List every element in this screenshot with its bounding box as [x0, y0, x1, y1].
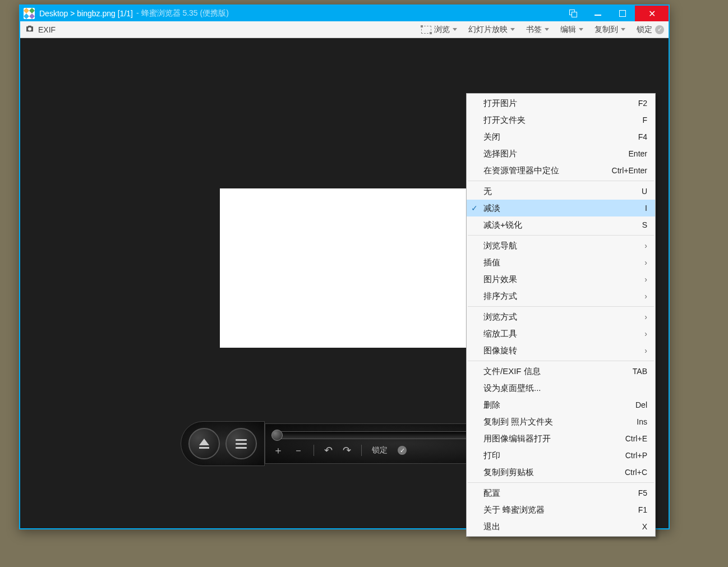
zoom-out-button[interactable]: －: [293, 444, 303, 457]
toolbar: EXIF 浏览 幻灯片放映 书签 编辑 复制到 锁定: [20, 21, 669, 38]
menu-item-label: 关于 蜂蜜浏览器: [483, 505, 638, 515]
menu-item-label: 配置: [483, 488, 638, 499]
menu-item-shortcut: Ins: [637, 417, 647, 426]
menu-item[interactable]: 减淡+锐化S: [467, 216, 655, 233]
menu-separator: [468, 235, 654, 236]
menu-item[interactable]: 排序方式›: [467, 288, 655, 305]
chevron-right-icon: ›: [644, 329, 647, 338]
menu-item-shortcut: Del: [635, 400, 647, 409]
menu-item-shortcut: F: [642, 116, 647, 125]
menu-item-shortcut: Ctrl+P: [625, 451, 647, 460]
menu-item-label: 打开图片: [483, 98, 638, 109]
compact-button[interactable]: [561, 6, 586, 21]
menu-item[interactable]: 设为桌面壁纸...: [467, 380, 655, 397]
menu-item-label: 复制到 照片文件夹: [483, 417, 637, 427]
menu-item-shortcut: Ctrl+E: [625, 434, 647, 443]
undo-button[interactable]: ↶: [324, 444, 333, 457]
menu-item-label: 减淡: [483, 203, 645, 214]
menu-item-label: 图像旋转: [483, 345, 644, 356]
menu-separator: [468, 482, 654, 483]
menu-item[interactable]: 删除Del: [467, 397, 655, 413]
menu-item[interactable]: 图片效果›: [467, 271, 655, 288]
menu-item[interactable]: 退出X: [467, 518, 655, 535]
redo-button[interactable]: ↷: [343, 444, 351, 457]
close-button[interactable]: ✕: [635, 6, 669, 21]
title-breadcrumb: Desktop > bingbz.png [1/1]: [39, 9, 133, 18]
menu-item-label: 选择图片: [483, 149, 629, 159]
menu-item-label: 打印: [483, 450, 625, 461]
menu-separator: [468, 361, 654, 361]
menu-item[interactable]: 图像旋转›: [467, 342, 655, 359]
menu-item[interactable]: 配置F5: [467, 485, 655, 501]
edit-label: 编辑: [560, 25, 576, 35]
chevron-right-icon: ›: [644, 275, 647, 284]
app-window: Desktop > bingbz.png [1/1] - 蜂蜜浏览器 5.35 …: [19, 4, 670, 529]
check-circle-icon[interactable]: [398, 446, 407, 455]
menu-item-shortcut: U: [642, 187, 647, 196]
menu-item[interactable]: 选择图片Enter: [467, 145, 655, 162]
menu-separator: [468, 306, 654, 307]
menu-item[interactable]: 打印Ctrl+P: [467, 447, 655, 464]
browse-menu[interactable]: 浏览: [421, 25, 457, 35]
menu-item[interactable]: 缩放工具›: [467, 325, 655, 342]
slider-thumb[interactable]: [271, 430, 283, 441]
menu-item[interactable]: 打开文件夹F: [467, 112, 655, 128]
menu-item-shortcut: Ctrl+Enter: [612, 166, 647, 175]
menu-item[interactable]: 在资源管理器中定位Ctrl+Enter: [467, 162, 655, 179]
menu-item-shortcut: Enter: [629, 149, 647, 158]
menu-item-shortcut: Ctrl+C: [625, 468, 647, 477]
menu-item-label: 退出: [483, 522, 642, 532]
menu-item[interactable]: 浏览方式›: [467, 308, 655, 325]
menu-item-label: 文件/EXIF 信息: [483, 366, 633, 377]
menu-separator: [468, 181, 654, 181]
main-menu-button[interactable]: [225, 428, 257, 459]
menu-item[interactable]: 减淡I: [467, 200, 655, 216]
copyto-label: 复制到: [595, 25, 618, 35]
menu-item[interactable]: 复制到 照片文件夹Ins: [467, 413, 655, 430]
menu-item-shortcut: I: [645, 204, 647, 213]
menu-item[interactable]: 关于 蜂蜜浏览器F1: [467, 501, 655, 518]
bookmark-menu[interactable]: 书签: [526, 25, 549, 35]
eject-button[interactable]: [188, 428, 220, 459]
menu-item-label: 复制到剪贴板: [483, 467, 625, 478]
chevron-right-icon: ›: [644, 258, 647, 267]
menu-item[interactable]: 用图像编辑器打开Ctrl+E: [467, 430, 655, 447]
menu-item-label: 图片效果: [483, 274, 644, 285]
app-icon: [24, 8, 35, 19]
menu-item[interactable]: 文件/EXIF 信息TAB: [467, 363, 655, 380]
slideshow-menu[interactable]: 幻灯片放映: [468, 25, 515, 35]
lock-label-bottom: 锁定: [372, 445, 388, 455]
lock-label: 锁定: [637, 25, 652, 35]
chevron-right-icon: ›: [644, 346, 647, 355]
check-circle-icon: [655, 25, 664, 34]
menu-item[interactable]: 打开图片F2: [467, 95, 655, 112]
menu-item-label: 打开文件夹: [483, 115, 642, 126]
lock-toggle[interactable]: 锁定: [637, 25, 664, 35]
minimize-button[interactable]: [586, 6, 610, 21]
menu-item-label: 删除: [483, 400, 635, 411]
zoom-in-button[interactable]: ＋: [273, 444, 283, 457]
menu-item[interactable]: 复制到剪贴板Ctrl+C: [467, 464, 655, 481]
menu-item-shortcut: S: [642, 220, 647, 229]
chevron-down-icon: [545, 28, 549, 31]
bookmark-label: 书签: [526, 25, 542, 35]
edit-menu[interactable]: 编辑: [560, 25, 583, 35]
menu-item-label: 浏览导航: [483, 241, 644, 251]
menu-item-label: 在资源管理器中定位: [483, 165, 612, 176]
chevron-right-icon: ›: [644, 312, 647, 321]
chevron-down-icon: [621, 28, 625, 31]
menu-item[interactable]: 插值›: [467, 254, 655, 271]
maximize-button[interactable]: [610, 6, 635, 21]
exif-label[interactable]: EXIF: [38, 25, 56, 34]
menu-item[interactable]: 浏览导航›: [467, 237, 655, 254]
browse-label: 浏览: [434, 25, 450, 35]
copyto-menu[interactable]: 复制到: [595, 25, 625, 35]
menu-item[interactable]: 无U: [467, 183, 655, 200]
menu-icon: [236, 439, 247, 449]
menu-item-shortcut: F5: [638, 488, 647, 497]
title-appname: - 蜂蜜浏览器 5.35 (便携版): [136, 8, 229, 19]
menu-item-label: 排序方式: [483, 291, 644, 302]
menu-item[interactable]: 关闭F4: [467, 128, 655, 145]
chevron-right-icon: ›: [644, 292, 647, 301]
menu-item-shortcut: TAB: [633, 367, 647, 376]
